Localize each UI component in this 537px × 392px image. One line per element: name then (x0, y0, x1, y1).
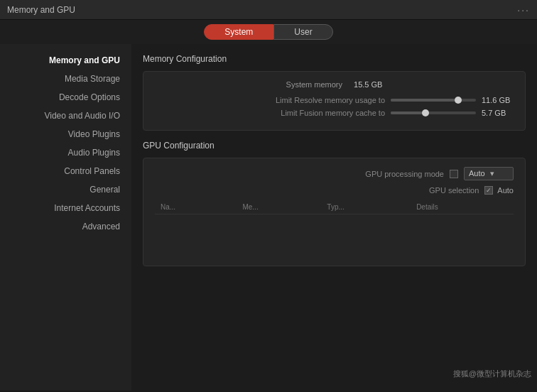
window-menu-button[interactable]: ··· (517, 4, 530, 16)
gpu-selection-checkbox[interactable]: ✓ (484, 186, 493, 195)
gpu-col-type: Typ... (321, 200, 411, 214)
gpu-selection-auto-label: Auto (497, 186, 514, 195)
gpu-mode-dropdown[interactable]: Auto ▾ (464, 167, 514, 180)
sidebar-item-memory-gpu[interactable]: Memory and GPU (0, 51, 131, 70)
sidebar-item-media-storage[interactable]: Media Storage (0, 70, 131, 88)
gpu-col-details: Details (411, 200, 514, 214)
sidebar-item-control-panels[interactable]: Control Panels (0, 162, 131, 180)
content-area: Memory Configuration System memory 15.5 … (131, 44, 537, 391)
system-memory-label: System memory (286, 80, 342, 89)
limit-fusion-slider[interactable] (391, 111, 476, 114)
sidebar-item-decode-options[interactable]: Decode Options (0, 88, 131, 107)
gpu-section-title: GPU Configuration (143, 141, 526, 151)
gpu-selection-checkbox-area: ✓ Auto (484, 186, 514, 195)
sidebar-item-advanced[interactable]: Advanced (0, 217, 131, 236)
gpu-table-header-row: Na... Me... Typ... Details (155, 200, 514, 214)
gpu-config-box: GPU processing mode Auto ▾ GPU selection… (143, 158, 526, 266)
system-memory-value: 15.5 GB (354, 80, 382, 89)
memory-section-title: Memory Configuration (143, 54, 526, 64)
tab-user[interactable]: User (273, 24, 332, 40)
limit-resolve-slider[interactable] (391, 99, 476, 102)
gpu-selection-label: GPU selection (429, 186, 479, 195)
tab-system[interactable]: System (204, 24, 273, 40)
sidebar-item-internet-accounts[interactable]: Internet Accounts (0, 199, 131, 217)
chevron-down-icon: ▾ (490, 169, 494, 178)
sidebar-item-audio-plugins[interactable]: Audio Plugins (0, 143, 131, 162)
title-bar: Memory and GPU ··· (0, 0, 537, 20)
main-layout: Memory and GPU Media Storage Decode Opti… (0, 44, 537, 391)
gpu-mode-checkbox-area (450, 170, 458, 178)
sidebar-item-video-audio-io[interactable]: Video and Audio I/O (0, 107, 131, 125)
gpu-mode-dropdown-value: Auto (469, 169, 485, 178)
gpu-mode-row: GPU processing mode Auto ▾ (155, 167, 514, 180)
limit-fusion-label: Limit Fusion memory cache to (281, 109, 385, 117)
tab-bar: System User (0, 20, 537, 44)
gpu-mode-label: GPU processing mode (365, 170, 444, 178)
limit-fusion-row: Limit Fusion memory cache to 5.7 GB (155, 109, 514, 117)
sidebar-item-general[interactable]: General (0, 180, 131, 199)
gpu-col-memory: Me... (237, 200, 321, 214)
limit-resolve-row: Limit Resolve memory usage to 11.6 GB (155, 96, 514, 104)
limit-resolve-value: 11.6 GB (482, 96, 514, 104)
gpu-col-name: Na... (155, 200, 237, 214)
table-row (155, 214, 514, 257)
gpu-table: Na... Me... Typ... Details (155, 200, 514, 257)
limit-fusion-value: 5.7 GB (482, 109, 514, 117)
limit-resolve-label: Limit Resolve memory usage to (276, 96, 385, 104)
sidebar: Memory and GPU Media Storage Decode Opti… (0, 44, 131, 391)
gpu-selection-row: GPU selection ✓ Auto (155, 186, 514, 195)
gpu-mode-checkbox[interactable] (450, 170, 458, 178)
window-title: Memory and GPU (7, 5, 75, 15)
sidebar-item-video-plugins[interactable]: Video Plugins (0, 125, 131, 143)
memory-config-box: System memory 15.5 GB Limit Resolve memo… (143, 71, 526, 131)
